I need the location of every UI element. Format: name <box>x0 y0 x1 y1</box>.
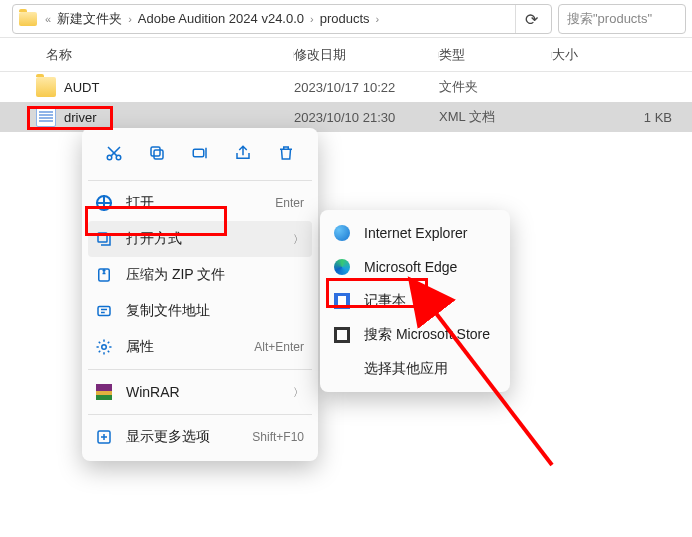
submenu-item-choose-other[interactable]: 选择其他应用 <box>326 352 504 386</box>
submenu-label: 记事本 <box>364 292 496 310</box>
breadcrumb-item[interactable]: Adobe Audition 2024 v24.0.0 <box>138 11 304 26</box>
share-icon[interactable] <box>230 140 256 166</box>
file-row-folder[interactable]: AUDT 2023/10/17 10:22 文件夹 <box>0 72 692 102</box>
column-header-type[interactable]: 类型 <box>439 46 552 64</box>
copypath-icon <box>94 301 114 321</box>
svg-rect-4 <box>193 149 204 157</box>
openwith-icon <box>94 229 114 249</box>
chevron-right-icon: › <box>376 13 380 25</box>
submenu-item-store[interactable]: 搜索 Microsoft Store <box>326 318 504 352</box>
chevron-right-icon: 〉 <box>293 232 304 247</box>
column-header-name[interactable]: 名称 <box>0 46 294 64</box>
menu-item-copy-path[interactable]: 复制文件地址 <box>88 293 312 329</box>
breadcrumb-item[interactable]: products <box>320 11 370 26</box>
menu-accelerator: Shift+F10 <box>252 430 304 444</box>
submenu-item-notepad[interactable]: 记事本 <box>326 284 504 318</box>
file-date: 2023/10/17 10:22 <box>294 80 439 95</box>
search-placeholder: 搜索"products" <box>567 10 652 28</box>
menu-label: WinRAR <box>126 384 293 400</box>
open-with-submenu: Internet Explorer Microsoft Edge 记事本 搜索 … <box>320 210 510 392</box>
copy-icon[interactable] <box>144 140 170 166</box>
menu-label: 压缩为 ZIP 文件 <box>126 266 304 284</box>
menu-label: 复制文件地址 <box>126 302 304 320</box>
svg-rect-3 <box>151 147 160 156</box>
submenu-item-edge[interactable]: Microsoft Edge <box>326 250 504 284</box>
submenu-label: Microsoft Edge <box>364 259 496 275</box>
menu-item-open-with[interactable]: 打开方式 〉 <box>88 221 312 257</box>
search-input[interactable]: 搜索"products" <box>558 4 686 34</box>
svg-point-1 <box>116 155 121 160</box>
svg-point-0 <box>107 155 112 160</box>
folder-icon <box>36 77 56 97</box>
chevron-right-icon: › <box>128 13 132 25</box>
delete-icon[interactable] <box>273 140 299 166</box>
file-type: XML 文档 <box>439 108 552 126</box>
menu-item-winrar[interactable]: WinRAR 〉 <box>88 374 312 410</box>
edge-icon <box>332 257 352 277</box>
cut-icon[interactable] <box>101 140 127 166</box>
xml-file-icon <box>36 107 56 127</box>
submenu-item-ie[interactable]: Internet Explorer <box>326 216 504 250</box>
submenu-label: Internet Explorer <box>364 225 496 241</box>
winrar-icon <box>94 382 114 402</box>
svg-rect-5 <box>98 233 107 242</box>
menu-item-show-more[interactable]: 显示更多选项 Shift+F10 <box>88 419 312 455</box>
refresh-button[interactable]: ⟳ <box>515 5 547 33</box>
svg-rect-7 <box>98 307 110 316</box>
chevron-right-icon: 〉 <box>293 385 304 400</box>
svg-rect-2 <box>154 150 163 159</box>
column-headers: 名称 修改日期 类型 大小 <box>0 38 692 72</box>
menu-label: 打开方式 <box>126 230 293 248</box>
store-icon <box>332 325 352 345</box>
file-name: AUDT <box>64 80 294 95</box>
folder-icon <box>19 12 37 26</box>
breadcrumb[interactable]: « 新建文件夹 › Adobe Audition 2024 v24.0.0 › … <box>12 4 552 34</box>
notepad-icon <box>332 291 352 311</box>
column-header-size[interactable]: 大小 <box>552 46 692 64</box>
chevron-right-icon: › <box>310 13 314 25</box>
submenu-label: 搜索 Microsoft Store <box>364 326 496 344</box>
menu-label: 显示更多选项 <box>126 428 252 446</box>
file-type: 文件夹 <box>439 78 552 96</box>
ie-icon <box>332 223 352 243</box>
svg-point-8 <box>102 345 107 350</box>
file-name: driver <box>64 110 294 125</box>
menu-label: 打开 <box>126 194 275 212</box>
props-icon <box>94 337 114 357</box>
rename-icon[interactable] <box>187 140 213 166</box>
zip-icon <box>94 265 114 285</box>
menu-label: 属性 <box>126 338 254 356</box>
address-bar-row: « 新建文件夹 › Adobe Audition 2024 v24.0.0 › … <box>0 0 692 38</box>
menu-item-open[interactable]: 打开 Enter <box>88 185 312 221</box>
menu-item-compress-zip[interactable]: 压缩为 ZIP 文件 <box>88 257 312 293</box>
context-menu: 打开 Enter 打开方式 〉 压缩为 ZIP 文件 复制文件地址 属性 Alt… <box>82 128 318 461</box>
menu-accelerator: Alt+Enter <box>254 340 304 354</box>
column-header-date[interactable]: 修改日期 <box>294 46 439 64</box>
breadcrumb-prefix: « <box>45 13 51 25</box>
globe-icon <box>94 193 114 213</box>
context-menu-toolbar <box>88 134 312 176</box>
submenu-label: 选择其他应用 <box>364 360 496 378</box>
file-size: 1 KB <box>552 110 692 125</box>
menu-accelerator: Enter <box>275 196 304 210</box>
more-icon <box>94 427 114 447</box>
breadcrumb-item[interactable]: 新建文件夹 <box>57 10 122 28</box>
menu-item-properties[interactable]: 属性 Alt+Enter <box>88 329 312 365</box>
file-date: 2023/10/10 21:30 <box>294 110 439 125</box>
